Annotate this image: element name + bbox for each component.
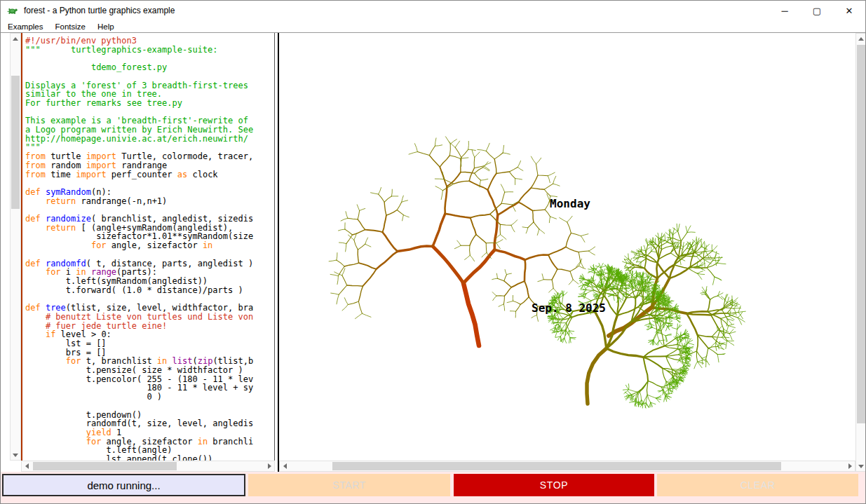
code-vscrollbar[interactable] (10, 33, 21, 461)
close-button[interactable]: ✕ (833, 1, 865, 20)
canvas-text-label: Sep. 8 2025 (532, 301, 606, 315)
window-controls: ─ ▢ ✕ (769, 1, 865, 20)
tree-0-branches-level-1 (329, 137, 595, 322)
tree-0-branches-level-8 (464, 283, 479, 346)
status-label: demo running... (2, 474, 245, 496)
code-line: lst.append(t.clone()) (25, 455, 274, 461)
code-line: http://homepage.univie.ac.at/erich.neuwi… (25, 135, 274, 144)
code-hscrollbar[interactable] (21, 461, 275, 472)
canvas-vscroll-thumb[interactable] (857, 45, 865, 423)
canvas-hscroll-thumb[interactable] (332, 462, 781, 470)
code-line: 0 ) (25, 393, 274, 402)
scroll-down-icon[interactable] (856, 461, 866, 471)
minimize-button[interactable]: ─ (769, 1, 801, 20)
scroll-left-icon[interactable] (22, 461, 32, 471)
turtle-canvas[interactable]: MondaySep. 8 2025 (279, 33, 855, 461)
code-line: """ turtlegraphics-example-suite: (25, 46, 274, 55)
window-title: forest - a Python turtle graphics exampl… (24, 6, 175, 15)
scroll-down-icon[interactable] (11, 450, 20, 460)
code-line: For further remarks see tree.py (25, 99, 274, 108)
code-line: t.forward( (1.0 * distance)/parts ) (25, 286, 274, 295)
titlebar: forest - a Python turtle graphics exampl… (1, 1, 865, 20)
canvas-text-label: Monday (550, 197, 590, 210)
menu-help[interactable]: Help (93, 22, 119, 31)
menu-fontsize[interactable]: Fontsize (50, 22, 90, 31)
tree-0-branches-level-6 (398, 214, 525, 260)
canvas-hscrollbar[interactable] (279, 461, 855, 472)
code-line: for angle, sizefactor in (25, 241, 274, 250)
scroll-right-icon[interactable] (264, 461, 274, 471)
scroll-up-icon[interactable] (856, 34, 866, 43)
main-area: #!/usr/bin/env python3""" turtlegraphics… (1, 33, 866, 472)
menu-examples[interactable]: Examples (3, 22, 48, 31)
code-line: return randrange(-n,n+1) (25, 197, 274, 206)
scroll-right-icon[interactable] (845, 461, 855, 471)
code-hscroll-thumb[interactable] (33, 462, 177, 470)
turtle-app-icon (7, 5, 18, 16)
tree-0-branches-level-4 (359, 167, 566, 297)
canvas-vscrollbar[interactable] (855, 33, 866, 472)
code-line: from time import perf_counter as clock (25, 170, 274, 179)
code-editor[interactable]: #!/usr/bin/env python3""" turtlegraphics… (21, 33, 275, 461)
tree-0-branches-level-7 (433, 246, 494, 282)
start-button[interactable]: START (248, 474, 450, 496)
menubar: Examples Fontsize Help (1, 20, 865, 33)
maximize-button[interactable]: ▢ (801, 1, 833, 20)
code-vscroll-thumb[interactable] (11, 76, 20, 209)
stop-button[interactable]: STOP (454, 474, 654, 496)
code-line: tdemo_forest.py (25, 63, 274, 72)
tree-2-branches-level-6 (587, 348, 607, 404)
app-window: forest - a Python turtle graphics exampl… (0, 0, 866, 504)
turtle-canvas-drawing: MondaySep. 8 2025 (279, 33, 855, 461)
scroll-left-icon[interactable] (280, 461, 290, 471)
scroll-up-icon[interactable] (11, 34, 20, 43)
bottom-bar: demo running... START STOP CLEAR (1, 472, 866, 504)
clear-button[interactable]: CLEAR (657, 474, 858, 496)
